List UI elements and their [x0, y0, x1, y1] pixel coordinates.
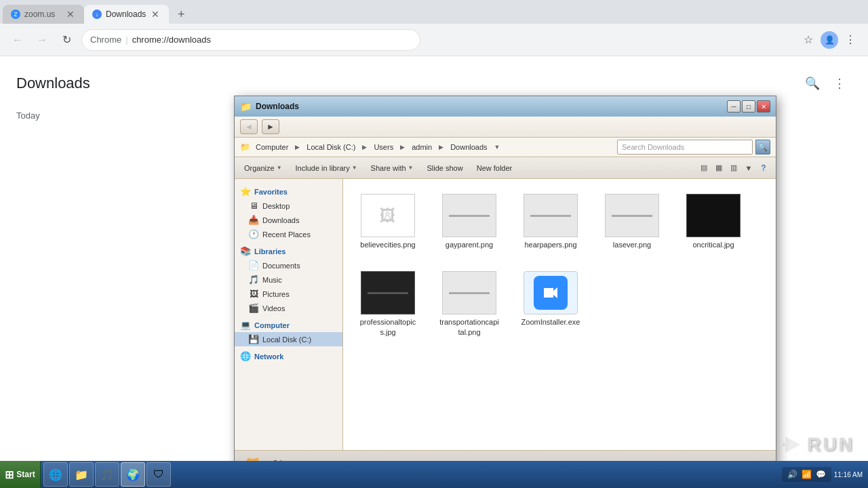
explorer-back-btn[interactable]: ◄	[240, 119, 258, 134]
profile-button[interactable]: 👤	[821, 31, 838, 49]
breadcrumb-downloads[interactable]: Downloads	[448, 142, 490, 152]
breadcrumb-arrow-2[interactable]: ▶	[361, 144, 368, 150]
taskbar-item-explorer[interactable]: 📁	[69, 462, 94, 487]
start-label: Start	[16, 470, 35, 479]
taskbar-item-ie[interactable]: 🌐	[43, 462, 68, 487]
file-name-believecities: believecities.png	[360, 240, 415, 249]
breadcrumb-computer[interactable]: Computer	[253, 142, 291, 152]
view-btn-3[interactable]: ▥	[727, 161, 741, 175]
file-thumb-oncritical	[686, 194, 741, 237]
explorer-sidebar: ⭐ Favorites 🖥 Desktop 📥 Downloads 🕐	[235, 179, 343, 450]
zoom-logo-svg	[538, 281, 563, 305]
file-thumb-gayparent	[442, 194, 496, 237]
view-btn-2[interactable]: ▦	[712, 161, 726, 175]
new-tab-button[interactable]: +	[172, 5, 191, 24]
file-thumb-professionaltopics	[361, 271, 415, 314]
share-with-button[interactable]: Share with ▼	[367, 162, 418, 174]
zoom-favicon: Z	[11, 9, 20, 19]
downloads-search-button[interactable]: 🔍	[800, 71, 825, 96]
network-header[interactable]: 🌐 Network	[235, 349, 342, 363]
view-btn-1[interactable]: ▤	[697, 161, 711, 175]
downloads-tab-close[interactable]: ✕	[150, 9, 161, 20]
tab-bar: Z zoom.us ✕ ↓ Downloads ✕ +	[0, 0, 868, 24]
file-transportationcapital[interactable]: transportationcapital.png	[435, 267, 503, 341]
taskbar-item-media[interactable]: 🎵	[95, 462, 119, 487]
file-thumb-transportationcapital	[442, 271, 496, 314]
network-icon: 🌐	[240, 351, 251, 361]
menu-button[interactable]: ⋮	[841, 30, 860, 49]
taskbar-items: 🌐 📁 🎵 🌍 🛡	[41, 461, 776, 488]
breadcrumb-arrow-5[interactable]: ▼	[493, 144, 502, 150]
sidebar-item-recent[interactable]: 🕐 Recent Places	[235, 227, 342, 241]
breadcrumb-admin[interactable]: admin	[409, 142, 435, 152]
breadcrumb-local-disk[interactable]: Local Disk (C:)	[304, 142, 358, 152]
forward-button[interactable]: →	[33, 30, 52, 49]
breadcrumb-arrow-4[interactable]: ▶	[437, 144, 445, 150]
taskbar-item-antivirus[interactable]: 🛡	[146, 462, 171, 487]
explorer-toolbar: ◄ ►	[235, 117, 776, 138]
sidebar-item-documents[interactable]: 📄 Documents	[235, 258, 342, 272]
explorer-close-btn[interactable]: ✕	[757, 100, 770, 113]
favorites-header[interactable]: ⭐ Favorites	[235, 184, 342, 199]
file-lasever[interactable]: lasever.png	[598, 190, 666, 253]
downloads-more-button[interactable]: ⋮	[827, 71, 852, 96]
file-oncritical[interactable]: oncritical.jpg	[679, 190, 747, 253]
file-professionaltopics[interactable]: professionaltopics.jpg	[354, 267, 422, 341]
tray-speaker-icon[interactable]: 🔊	[787, 470, 797, 479]
sidebar-item-music[interactable]: 🎵 Music	[235, 272, 342, 287]
explorer-minimize-btn[interactable]: ─	[727, 100, 741, 113]
breadcrumb-users[interactable]: Users	[371, 142, 396, 152]
videos-icon: 🎬	[248, 303, 259, 313]
chrome-taskbar-icon: 🌍	[126, 468, 140, 481]
file-name-oncritical: oncritical.jpg	[692, 240, 734, 249]
libraries-section: 📚 Libraries 📄 Documents 🎵 Music 🖼	[235, 244, 342, 315]
taskbar-item-chrome[interactable]: 🌍	[121, 462, 145, 487]
tab-zoom[interactable]: Z zoom.us ✕	[3, 5, 84, 24]
organize-button[interactable]: Organize ▼	[240, 162, 286, 174]
file-hearpapers[interactable]: hearpapers.png	[517, 190, 585, 253]
new-folder-button[interactable]: New folder	[473, 162, 517, 174]
sidebar-item-downloads[interactable]: 📥 Downloads	[235, 213, 342, 227]
file-gayparent[interactable]: gayparent.png	[435, 190, 503, 253]
tab-downloads[interactable]: ↓ Downloads ✕	[84, 5, 169, 24]
address-bar[interactable]: Chrome | chrome://downloads	[81, 29, 420, 51]
svg-marker-3	[785, 436, 800, 453]
file-believecities[interactable]: 🖼 believecities.png	[354, 190, 422, 253]
sidebar-item-pictures[interactable]: 🖼 Pictures	[235, 287, 342, 301]
file-zoominstaller[interactable]: ZoomInstaller.exe	[517, 267, 585, 341]
zoom-tab-close[interactable]: ✕	[65, 9, 76, 20]
breadcrumb-arrow-3[interactable]: ▶	[399, 144, 406, 150]
explorer-files-area: 🖼 believecities.png gayparent.png	[343, 179, 776, 450]
zoom-tab-label: zoom.us	[24, 9, 55, 19]
start-button[interactable]: ⊞ Start	[0, 461, 41, 488]
include-library-button[interactable]: Include in library ▼	[292, 162, 361, 174]
sidebar-item-local-disk[interactable]: 💾 Local Disk (C:)	[235, 332, 342, 346]
address-separator: |	[125, 35, 127, 45]
view-dropdown[interactable]: ▼	[742, 161, 755, 175]
tray-network-icon[interactable]: 📶	[802, 470, 812, 479]
explorer-maximize-btn[interactable]: □	[742, 100, 755, 113]
slide-show-button[interactable]: Slide show	[422, 162, 467, 174]
favorites-icon: ⭐	[240, 186, 251, 197]
start-icon: ⊞	[5, 468, 14, 481]
sidebar-item-videos[interactable]: 🎬 Videos	[235, 301, 342, 315]
libraries-header[interactable]: 📚 Libraries	[235, 244, 342, 258]
explorer-icon: 📁	[75, 468, 88, 481]
sidebar-item-desktop[interactable]: 🖥 Desktop	[235, 199, 342, 213]
explorer-search-box[interactable]: Search Downloads	[617, 140, 753, 155]
nav-right: ☆ 👤 ⋮	[799, 30, 860, 49]
favorites-section: ⭐ Favorites 🖥 Desktop 📥 Downloads 🕐	[235, 184, 342, 241]
refresh-button[interactable]: ↻	[57, 30, 76, 49]
bookmark-button[interactable]: ☆	[799, 30, 818, 49]
explorer-search-button[interactable]: 🔍	[755, 140, 770, 155]
file-name-lasever: lasever.png	[613, 240, 651, 249]
back-button[interactable]: ←	[8, 30, 27, 49]
explorer-forward-btn[interactable]: ►	[262, 119, 279, 134]
explorer-window: 📁 Downloads ─ □ ✕ ◄ ► 📁 Computer ▶	[234, 96, 776, 475]
anyrun-text-2: RUN	[807, 434, 854, 455]
computer-header[interactable]: 💻 Computer	[235, 318, 342, 332]
file-name-hearpapers: hearpapers.png	[524, 240, 576, 249]
breadcrumb-arrow-1[interactable]: ▶	[294, 144, 301, 150]
help-button[interactable]: ?	[757, 161, 770, 175]
downloads-icon: 📥	[248, 215, 259, 225]
